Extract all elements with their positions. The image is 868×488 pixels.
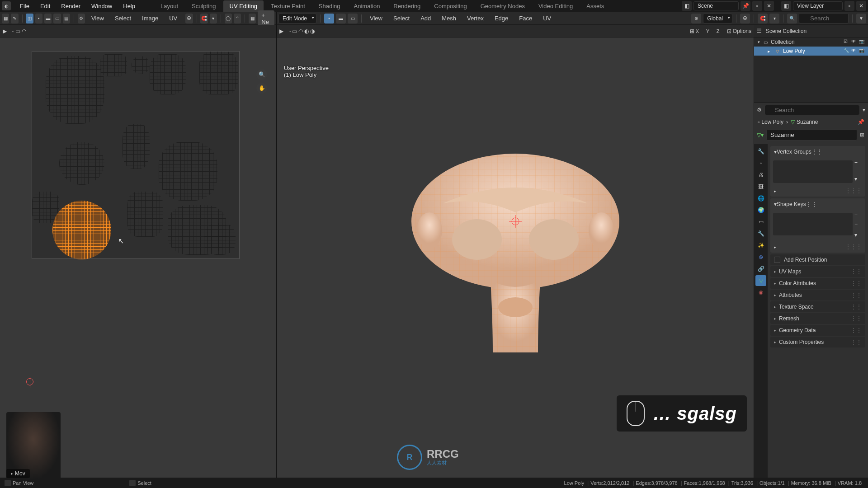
collection-visibility-icon[interactable]: 👁 [851,39,858,45]
menu-help[interactable]: Help [118,1,141,11]
uv-menu-view[interactable]: View [87,14,108,23]
mesh-data-browse-icon[interactable]: ▽▾ [757,132,764,138]
workspace-sculpting[interactable]: Sculpting [185,0,222,12]
uv-edge-select-icon[interactable]: ▬ [44,14,52,23]
workspace-layout[interactable]: Layout [154,0,184,12]
selected-uv-island[interactable] [52,201,111,259]
tab-viewlayer[interactable]: 🖼 [755,181,766,192]
outliner-object-row[interactable]: ▸ ▽ Low Poly 🔧 👁 📷 [754,47,868,56]
uv-grid[interactable]: ↖ [32,51,240,259]
properties-search-input[interactable] [764,105,860,115]
uv-pivot-icon[interactable]: ⦿ [185,14,193,23]
checkbox-icon[interactable] [774,257,780,263]
vertex-groups-list[interactable] [773,160,853,183]
geometry-data-panel[interactable]: ▸Geometry Data⋮⋮ [770,325,865,336]
viewlayer-new-icon[interactable]: ▫ [844,1,854,11]
remesh-panel[interactable]: ▸Remesh⋮⋮ [770,313,865,324]
tab-particles[interactable]: ✨ [755,240,766,251]
tab-output[interactable]: 🖨 [755,169,766,180]
vp-snap-icon[interactable]: 🧲 [758,14,768,23]
menu-edit[interactable]: Edit [35,1,56,11]
vp-face-select-icon[interactable]: ▭ [348,14,358,23]
uv-editor-type-icon[interactable]: ▦ [2,14,9,23]
texture-space-panel[interactable]: ▸Texture Space⋮⋮ [770,301,865,312]
workspace-compositing[interactable]: Compositing [428,0,473,12]
viewlayer-name-field[interactable]: View Layer [793,1,843,10]
mirror-axis-x-button[interactable]: X [696,28,705,34]
custom-properties-panel[interactable]: ▸Custom Properties⋮⋮ [770,337,865,347]
outliner-editor-type-icon[interactable]: ☰ [757,28,762,34]
uv-falloff-icon[interactable]: ⌃ [234,14,241,23]
scene-delete-icon[interactable]: ✕ [764,1,774,11]
tab-material[interactable]: ◉ [755,287,766,298]
vp-select-invert-icon[interactable]: ◐ [304,28,309,34]
menu-window[interactable]: Window [86,1,118,11]
mesh-options-dropdown[interactable]: Options [733,28,751,34]
vp-menu-add[interactable]: Add [416,14,435,23]
uv-image-browse-icon[interactable]: ▦ [249,14,256,23]
shape-keys-header[interactable]: ▾ Shape Keys ⋮⋮ [770,198,865,210]
workspace-uv-editing[interactable]: UV Editing [223,0,264,12]
breadcrumb-object[interactable]: ▫ Low Poly [758,119,783,125]
vp-select-set-icon[interactable]: ▫ [289,28,291,34]
workspace-video-editing[interactable]: Video Editing [532,0,579,12]
scene-name-field[interactable]: Scene [693,1,739,10]
modifier-icon[interactable]: 🔧 [844,48,850,54]
shape-keys-menu-icon[interactable]: ⋮⋮ [806,201,817,207]
vp-pivot-icon[interactable]: ⦿ [740,14,750,23]
vg-expand-icon[interactable]: ▸ [774,189,776,193]
scene-new-icon[interactable]: ▫ [752,1,762,11]
uv-sticky-select-icon[interactable]: ⚙ [78,14,85,23]
tab-mesh-data[interactable]: ▽ [755,275,766,286]
outliner-disclosure-icon[interactable]: ▸ [765,47,772,55]
shape-key-add-icon[interactable]: + [854,212,863,220]
collection-exclude-icon[interactable]: ☑ [844,39,850,45]
tab-render[interactable]: ▫ [755,158,766,169]
uv-snap-target-icon[interactable]: ▾ [210,14,217,23]
object-render-icon[interactable]: 📷 [859,48,865,54]
tab-world[interactable]: 🌍 [755,205,766,216]
add-rest-position[interactable]: Add Rest Position [770,254,865,265]
vp-vert-select-icon[interactable]: ▪ [324,14,334,23]
uv-select-tweak-icon[interactable]: ▫ [12,28,14,34]
vp-search-input[interactable] [799,13,849,23]
workspace-shading[interactable]: Shading [312,0,347,12]
mirror-axis-z-button[interactable]: Z [717,28,726,34]
vertex-groups-menu-icon[interactable]: ⋮⋮ [811,149,822,155]
tab-object[interactable]: ▭ [755,216,766,227]
uv-face-select-icon[interactable]: ▭ [53,14,61,23]
vp-filter-icon[interactable]: ▼ [856,14,866,23]
vp-orientation-icon[interactable]: ⊕ [691,14,701,23]
uv-select-lasso-icon[interactable]: ◠ [22,28,26,34]
last-operator-panel[interactable]: ▸Mov [6,469,30,478]
uv-zoom-icon[interactable]: 🔍 [256,69,267,80]
breadcrumb-data[interactable]: ▽ Suzanne [791,119,818,125]
automerge-threshold-icon[interactable]: ⊡ [727,28,731,34]
tab-tool[interactable]: 🔧 [755,146,766,157]
outliner-panel[interactable]: ▾ ▭ Collection ☑ 👁 📷 ▸ ▽ Low Poly 🔧 👁 📷 [754,38,868,103]
menu-render[interactable]: Render [56,1,86,11]
uv-snap-icon[interactable]: 🧲 [200,14,208,23]
uv-tool-cursor-icon[interactable]: ▶ [3,28,7,34]
shape-key-remove-icon[interactable]: − [854,221,863,229]
vertex-groups-header[interactable]: ▾ Vertex Groups ⋮⋮ [770,146,865,158]
uv-menu-image[interactable]: Image [137,14,163,23]
viewlayer-browse-icon[interactable]: ◧ [781,1,791,11]
shape-key-specials-icon[interactable]: ▾ [854,232,863,240]
vp-menu-face[interactable]: Face [514,14,537,23]
color-attributes-panel[interactable]: ▸Color Attributes⋮⋮ [770,278,865,289]
uv-island-select-icon[interactable]: ▤ [63,14,70,23]
collection-render-icon[interactable]: 📷 [859,39,865,45]
vp-menu-vertex[interactable]: Vertex [462,14,488,23]
blender-logo-icon[interactable]: ◐ [2,1,11,10]
uv-proportional-icon[interactable]: ◯ [225,14,232,23]
outliner-collection-row[interactable]: ▾ ▭ Collection ☑ 👁 📷 [754,38,868,47]
3d-model[interactable] [402,131,628,384]
tab-scene[interactable]: 🌐 [755,193,766,204]
vp-select-intersect-icon[interactable]: ◑ [310,28,315,34]
sk-expand-icon[interactable]: ▸ [774,245,776,249]
pin-icon[interactable]: 📌 [858,119,864,125]
tab-physics[interactable]: ⊚ [755,252,766,263]
vp-menu-select[interactable]: Select [389,14,414,23]
mirror-axis-y-button[interactable]: Y [706,28,715,34]
